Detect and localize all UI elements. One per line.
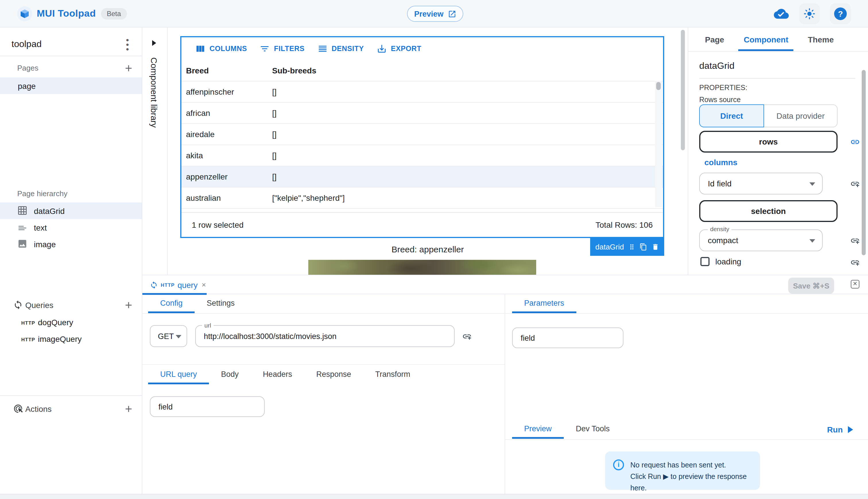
subbreeds-cell[interactable]: ["kelpie","shepherd"] [267, 193, 663, 203]
text-component[interactable]: Breed: appenzeller [168, 244, 688, 254]
breed-cell[interactable]: affenpinscher [181, 87, 267, 96]
loading-checkbox[interactable] [700, 257, 710, 266]
add-action-button[interactable] [123, 404, 134, 414]
column-header-breed[interactable]: Breed [181, 66, 267, 75]
breed-cell[interactable]: airedale [181, 130, 267, 139]
tab-theme[interactable]: Theme [798, 27, 843, 51]
loading-label: loading [715, 257, 741, 266]
chevron-down-icon [176, 335, 181, 338]
actions-section-title: Actions [25, 404, 52, 414]
breed-cell[interactable]: appenzeller [181, 172, 267, 181]
component-library-panel[interactable]: Component library [142, 27, 168, 275]
bind-loading-link-icon[interactable] [850, 257, 860, 267]
sidebar-item-text[interactable]: text [0, 219, 142, 236]
scrollbar-thumb[interactable] [656, 82, 661, 90]
bind-density-link-icon[interactable] [850, 236, 860, 245]
add-query-button[interactable] [123, 300, 134, 310]
datagrid-component[interactable]: COLUMNS FILTERS DENSITY EXPORT Breed Sub… [180, 36, 664, 238]
http-badge: HTTP [21, 337, 35, 342]
tab-response[interactable]: Response [304, 364, 364, 384]
query-item-dogquery[interactable]: HTTP dogQuery [0, 314, 142, 330]
filter-icon [260, 44, 270, 54]
url-input[interactable]: http://localhost:3000/static/movies.json [195, 325, 455, 347]
subbreeds-cell[interactable]: [] [267, 108, 663, 118]
toolpad-logo-icon [17, 6, 32, 21]
add-page-button[interactable] [123, 63, 134, 73]
close-panel-icon[interactable]: ✕ [851, 280, 859, 289]
columns-property-button[interactable]: columns [704, 158, 737, 167]
id-field-value: Id field [708, 179, 732, 188]
bind-rows-link-icon[interactable] [850, 137, 860, 147]
inspector-scrollbar[interactable] [862, 70, 866, 255]
subbreeds-cell[interactable]: [] [267, 130, 663, 139]
table-row[interactable]: australian ["kelpie","shepherd"] [181, 187, 663, 208]
page-canvas: COLUMNS FILTERS DENSITY EXPORT Breed Sub… [168, 27, 688, 275]
bind-idfield-link-icon[interactable] [850, 179, 860, 189]
rows-source-direct-option[interactable]: Direct [699, 105, 764, 127]
project-menu-button[interactable]: ••• [121, 38, 134, 52]
tab-body[interactable]: Body [209, 364, 251, 384]
query-item-imagequery[interactable]: HTTP imageQuery [0, 331, 142, 347]
total-rows-text: Total Rows: 106 [596, 220, 653, 229]
image-component[interactable] [308, 260, 536, 275]
query-item-label: imageQuery [38, 334, 82, 343]
page-item-label: page [18, 81, 36, 90]
selection-property-button[interactable]: selection [699, 200, 837, 222]
tab-url-query[interactable]: URL query [148, 364, 209, 384]
breed-cell[interactable]: african [181, 108, 267, 118]
tab-devtools[interactable]: Dev Tools [564, 419, 622, 439]
table-row[interactable]: appenzeller [] [181, 166, 663, 187]
sidebar-item-page[interactable]: page [0, 77, 142, 94]
subbreeds-cell[interactable]: [] [267, 151, 663, 160]
expand-arrow-icon[interactable] [152, 40, 156, 46]
density-select[interactable]: compact [699, 229, 823, 251]
subbreeds-cell[interactable]: [] [267, 172, 663, 181]
tab-http-query[interactable]: HTTP query × [142, 275, 207, 294]
close-tab-icon[interactable]: × [202, 280, 206, 289]
columns-button[interactable]: COLUMNS [192, 41, 251, 56]
sidebar-item-datagrid[interactable]: dataGrid [0, 203, 142, 219]
tab-component[interactable]: Component [734, 27, 798, 51]
view-columns-icon [195, 44, 205, 54]
export-button[interactable]: EXPORT [373, 41, 425, 56]
bind-url-link-icon[interactable] [462, 331, 472, 341]
text-icon [17, 222, 27, 232]
tab-page[interactable]: Page [695, 27, 734, 51]
theme-toggle-button[interactable] [799, 3, 820, 24]
column-header-subbreeds[interactable]: Sub-breeds [267, 66, 663, 75]
parameter-field-input[interactable]: field [512, 328, 623, 348]
rows-source-dataprovider-option[interactable]: Data provider [764, 105, 837, 127]
query-item-label: dogQuery [38, 318, 73, 327]
datagrid-scrollbar[interactable] [655, 81, 662, 207]
sidebar-item-image[interactable]: image [0, 236, 142, 252]
breed-cell[interactable]: akita [181, 151, 267, 160]
tab-preview[interactable]: Preview [512, 419, 564, 439]
help-button[interactable]: ? [830, 3, 851, 24]
url-label: url [202, 322, 213, 329]
tab-parameters[interactable]: Parameters [512, 293, 576, 313]
density-icon [317, 44, 328, 54]
id-field-select[interactable]: Id field [699, 173, 823, 194]
subbreeds-cell[interactable]: [] [267, 87, 663, 96]
tab-headers[interactable]: Headers [251, 364, 304, 384]
density-button[interactable]: DENSITY [314, 41, 367, 56]
breed-cell[interactable]: australian [181, 193, 267, 203]
method-select[interactable]: GET [150, 325, 187, 347]
tab-transform[interactable]: Transform [363, 364, 422, 384]
project-name: toolpad [11, 39, 41, 49]
table-row[interactable]: affenpinscher [] [181, 81, 663, 102]
preview-button[interactable]: Preview [407, 6, 463, 22]
table-row[interactable]: akita [] [181, 145, 663, 166]
query-sync-icon [150, 281, 158, 289]
canvas-scrollbar[interactable] [681, 30, 685, 150]
save-button[interactable]: Save ⌘+S [788, 278, 834, 294]
filters-button[interactable]: FILTERS [256, 41, 308, 56]
tab-config[interactable]: Config [148, 293, 194, 313]
sync-status-button[interactable] [773, 6, 790, 22]
rows-property-button[interactable]: rows [699, 131, 837, 153]
url-query-field-input[interactable]: field [150, 396, 265, 417]
run-button[interactable]: Run [827, 425, 853, 434]
table-row[interactable]: african [] [181, 102, 663, 123]
table-row[interactable]: airedale [] [181, 123, 663, 145]
tab-settings[interactable]: Settings [194, 293, 247, 313]
